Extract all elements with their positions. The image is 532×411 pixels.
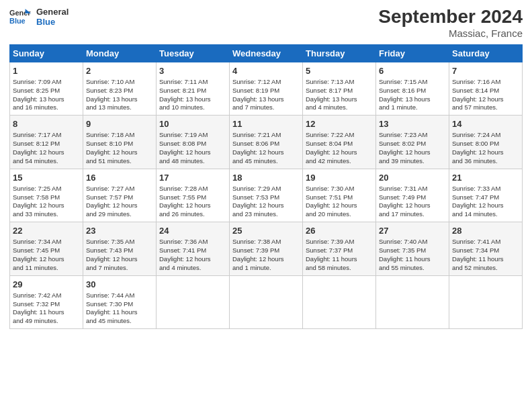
header-friday: Friday: [376, 44, 449, 62]
header-monday: Monday: [83, 44, 157, 62]
day-details: Sunrise: 7:17 AMSunset: 8:12 PMDaylight:…: [13, 131, 80, 165]
day-details: Sunrise: 7:40 AMSunset: 7:35 PMDaylight:…: [379, 238, 446, 272]
calendar-cell: 21Sunrise: 7:33 AMSunset: 7:47 PMDayligh…: [449, 169, 523, 222]
calendar-cell: 2Sunrise: 7:10 AMSunset: 8:23 PMDaylight…: [83, 62, 157, 115]
day-number: 6: [379, 65, 446, 77]
calendar-cell: 5Sunrise: 7:13 AMSunset: 8:17 PMDaylight…: [303, 62, 376, 115]
calendar-cell: 13Sunrise: 7:23 AMSunset: 8:02 PMDayligh…: [376, 116, 449, 169]
day-number: 8: [13, 118, 80, 130]
day-details: Sunrise: 7:18 AMSunset: 8:10 PMDaylight:…: [86, 131, 153, 165]
day-details: Sunrise: 7:44 AMSunset: 7:30 PMDaylight:…: [86, 291, 153, 326]
day-number: 13: [379, 118, 446, 130]
calendar-week-row: 8Sunrise: 7:17 AMSunset: 8:12 PMDaylight…: [10, 116, 523, 169]
day-details: Sunrise: 7:30 AMSunset: 7:51 PMDaylight:…: [306, 185, 373, 219]
day-number: 3: [159, 65, 226, 77]
calendar-cell: 9Sunrise: 7:18 AMSunset: 8:10 PMDaylight…: [83, 116, 157, 169]
calendar-cell: 26Sunrise: 7:39 AMSunset: 7:37 PMDayligh…: [303, 222, 376, 275]
day-details: Sunrise: 7:38 AMSunset: 7:39 PMDaylight:…: [232, 238, 300, 272]
calendar-cell: 3Sunrise: 7:11 AMSunset: 8:21 PMDaylight…: [157, 62, 230, 115]
day-number: 24: [159, 225, 226, 237]
calendar-cell: [303, 275, 376, 328]
calendar-cell: 20Sunrise: 7:31 AMSunset: 7:49 PMDayligh…: [376, 169, 449, 222]
calendar-cell: [157, 275, 230, 328]
day-details: Sunrise: 7:25 AMSunset: 7:58 PMDaylight:…: [13, 185, 80, 219]
calendar-week-row: 22Sunrise: 7:34 AMSunset: 7:45 PMDayligh…: [10, 222, 523, 275]
day-number: 18: [232, 172, 300, 184]
day-details: Sunrise: 7:22 AMSunset: 8:04 PMDaylight:…: [306, 131, 373, 165]
calendar-cell: 7Sunrise: 7:16 AMSunset: 8:14 PMDaylight…: [449, 62, 523, 115]
calendar-cell: 28Sunrise: 7:41 AMSunset: 7:34 PMDayligh…: [449, 222, 523, 275]
day-number: 11: [232, 118, 300, 130]
logo: General Blue General Blue: [9, 7, 69, 27]
calendar-cell: 4Sunrise: 7:12 AMSunset: 8:19 PMDaylight…: [230, 62, 303, 115]
day-number: 5: [306, 65, 373, 77]
title-block: September 2024 Massiac, France: [378, 7, 523, 39]
calendar-cell: 14Sunrise: 7:24 AMSunset: 8:00 PMDayligh…: [449, 116, 523, 169]
day-details: Sunrise: 7:09 AMSunset: 8:25 PMDaylight:…: [13, 78, 80, 112]
calendar-cell: 29Sunrise: 7:42 AMSunset: 7:32 PMDayligh…: [10, 275, 83, 328]
day-details: Sunrise: 7:41 AMSunset: 7:34 PMDaylight:…: [452, 238, 519, 272]
calendar-cell: 27Sunrise: 7:40 AMSunset: 7:35 PMDayligh…: [376, 222, 449, 275]
calendar-title: September 2024: [378, 7, 523, 28]
day-details: Sunrise: 7:12 AMSunset: 8:19 PMDaylight:…: [232, 78, 300, 112]
calendar-week-row: 15Sunrise: 7:25 AMSunset: 7:58 PMDayligh…: [10, 169, 523, 222]
day-details: Sunrise: 7:21 AMSunset: 8:06 PMDaylight:…: [232, 131, 300, 165]
day-number: 9: [86, 118, 153, 130]
day-details: Sunrise: 7:42 AMSunset: 7:32 PMDaylight:…: [13, 291, 80, 326]
header-tuesday: Tuesday: [157, 44, 230, 62]
day-details: Sunrise: 7:27 AMSunset: 7:57 PMDaylight:…: [86, 185, 153, 219]
day-number: 21: [452, 172, 519, 184]
header-sunday: Sunday: [10, 44, 83, 62]
calendar-cell: 6Sunrise: 7:15 AMSunset: 8:16 PMDaylight…: [376, 62, 449, 115]
day-number: 25: [232, 225, 300, 237]
calendar-week-row: 29Sunrise: 7:42 AMSunset: 7:32 PMDayligh…: [10, 275, 523, 328]
calendar-cell: 1Sunrise: 7:09 AMSunset: 8:25 PMDaylight…: [10, 62, 83, 115]
day-number: 19: [306, 172, 373, 184]
day-details: Sunrise: 7:33 AMSunset: 7:47 PMDaylight:…: [452, 185, 519, 219]
header-wednesday: Wednesday: [230, 44, 303, 62]
day-number: 4: [232, 65, 300, 77]
day-number: 2: [86, 65, 153, 77]
day-number: 20: [379, 172, 446, 184]
calendar-table: Sunday Monday Tuesday Wednesday Thursday…: [9, 44, 523, 329]
logo-general: General: [36, 7, 69, 17]
calendar-cell: 10Sunrise: 7:19 AMSunset: 8:08 PMDayligh…: [157, 116, 230, 169]
day-details: Sunrise: 7:23 AMSunset: 8:02 PMDaylight:…: [379, 131, 446, 165]
day-details: Sunrise: 7:31 AMSunset: 7:49 PMDaylight:…: [379, 185, 446, 219]
day-number: 16: [86, 172, 153, 184]
day-details: Sunrise: 7:10 AMSunset: 8:23 PMDaylight:…: [86, 78, 153, 112]
day-number: 26: [306, 225, 373, 237]
day-number: 29: [13, 279, 80, 291]
day-details: Sunrise: 7:13 AMSunset: 8:17 PMDaylight:…: [306, 78, 373, 112]
calendar-cell: 30Sunrise: 7:44 AMSunset: 7:30 PMDayligh…: [83, 275, 157, 328]
day-details: Sunrise: 7:29 AMSunset: 7:53 PMDaylight:…: [232, 185, 300, 219]
calendar-cell: 22Sunrise: 7:34 AMSunset: 7:45 PMDayligh…: [10, 222, 83, 275]
calendar-cell: [376, 275, 449, 328]
calendar-cell: 11Sunrise: 7:21 AMSunset: 8:06 PMDayligh…: [230, 116, 303, 169]
calendar-cell: 12Sunrise: 7:22 AMSunset: 8:04 PMDayligh…: [303, 116, 376, 169]
calendar-cell: 8Sunrise: 7:17 AMSunset: 8:12 PMDaylight…: [10, 116, 83, 169]
header-saturday: Saturday: [449, 44, 523, 62]
day-number: 14: [452, 118, 519, 130]
logo-blue: Blue: [36, 17, 69, 27]
day-details: Sunrise: 7:15 AMSunset: 8:16 PMDaylight:…: [379, 78, 446, 112]
header-thursday: Thursday: [303, 44, 376, 62]
calendar-cell: 23Sunrise: 7:35 AMSunset: 7:43 PMDayligh…: [83, 222, 157, 275]
day-number: 17: [159, 172, 226, 184]
day-details: Sunrise: 7:39 AMSunset: 7:37 PMDaylight:…: [306, 238, 373, 272]
day-details: Sunrise: 7:35 AMSunset: 7:43 PMDaylight:…: [86, 238, 153, 272]
calendar-cell: 19Sunrise: 7:30 AMSunset: 7:51 PMDayligh…: [303, 169, 376, 222]
calendar-week-row: 1Sunrise: 7:09 AMSunset: 8:25 PMDaylight…: [10, 62, 523, 115]
calendar-cell: 18Sunrise: 7:29 AMSunset: 7:53 PMDayligh…: [230, 169, 303, 222]
day-number: 27: [379, 225, 446, 237]
day-details: Sunrise: 7:16 AMSunset: 8:14 PMDaylight:…: [452, 78, 519, 112]
day-details: Sunrise: 7:24 AMSunset: 8:00 PMDaylight:…: [452, 131, 519, 165]
day-number: 28: [452, 225, 519, 237]
header-row: General Blue General Blue September 2024…: [9, 7, 523, 39]
calendar-cell: 25Sunrise: 7:38 AMSunset: 7:39 PMDayligh…: [230, 222, 303, 275]
day-number: 10: [159, 118, 226, 130]
day-details: Sunrise: 7:19 AMSunset: 8:08 PMDaylight:…: [159, 131, 226, 165]
calendar-cell: 15Sunrise: 7:25 AMSunset: 7:58 PMDayligh…: [10, 169, 83, 222]
day-number: 1: [13, 65, 80, 77]
calendar-cell: 16Sunrise: 7:27 AMSunset: 7:57 PMDayligh…: [83, 169, 157, 222]
